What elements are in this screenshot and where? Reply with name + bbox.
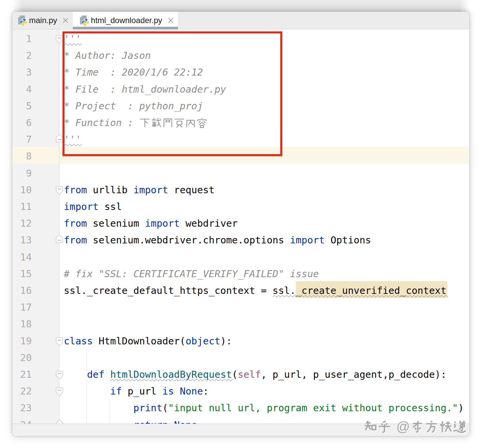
code-line: print("input null url, program exit with… [64,400,464,416]
line-number: 13 [12,232,32,248]
line-number: 9 [12,165,32,182]
annotation-red-box [62,31,282,156]
watermark: @ [363,419,467,434]
line-number: 5 [12,98,32,114]
line-number: 14 [12,249,32,265]
fold-marker-start[interactable] [56,35,63,44]
line-number: 17 [12,299,32,316]
squiggle-underline [110,379,232,381]
line-number: 7 [12,131,32,148]
line-number: 19 [12,333,32,349]
editor[interactable]: 123456789101112131415161718192021222324 … [12,29,469,436]
line-number: 15 [12,265,32,282]
code-line: from selenium import webdriver [64,215,238,232]
window-top-shadow [12,0,469,12]
fold-marker-end[interactable] [56,234,63,243]
code-line: from urllib import request [64,182,214,198]
code-line: class HtmlDownloader(object): [64,333,232,349]
line-number: 2 [12,47,32,64]
line-number: 16 [12,282,32,299]
line-number: 22 [12,383,32,400]
fold-marker-start[interactable] [56,387,63,396]
squiggle-underline [273,295,296,298]
watermark-glyph [453,420,466,434]
python-file-icon [78,15,90,26]
line-number: 11 [12,198,32,215]
close-icon[interactable] [62,17,69,24]
python-file-icon [17,15,28,26]
line-number: 12 [12,215,32,232]
line-number: 1 [12,30,32,47]
squiggle-underline [296,295,446,298]
fold-marker-start[interactable] [56,371,63,379]
tab-bar: main.py html_downloader.py [12,12,469,29]
code-line: ssl._create_default_https_context = ssl.… [64,282,447,299]
tab-html-downloader-py[interactable]: html_downloader.py [73,12,178,29]
fold-marker-start[interactable] [56,337,63,346]
tab-label: html_downloader.py [91,16,162,25]
fold-marker-start[interactable] [56,186,63,195]
watermark-glyph [425,420,438,434]
line-number: 4 [12,81,32,98]
code-line: if p_url is None: [64,383,209,400]
close-icon[interactable] [167,17,174,24]
line-number: 6 [12,114,32,131]
fold-marker-end[interactable] [56,134,63,142]
tab-main-py[interactable]: main.py [12,12,73,29]
line-number: 10 [12,182,32,198]
watermark-glyph [378,420,391,434]
tab-label: main.py [29,16,57,25]
watermark-glyph [411,420,424,434]
code-line: def htmlDownloadByRequest(self, p_url, p… [64,366,447,383]
code-line: import ssl [64,198,122,215]
line-number: 20 [12,349,32,366]
watermark-at: @ [396,419,410,434]
ide-window: main.py html_downloader.py 1234567891011… [12,12,469,436]
line-number: 3 [12,64,32,81]
line-number: 21 [12,366,32,383]
line-number: 18 [12,316,32,332]
line-number: 23 [12,400,32,416]
code-line: from selenium.webdriver.chrome.options i… [64,232,371,248]
watermark-glyph [439,420,452,434]
line-number: 8 [12,148,32,164]
watermark-glyph [364,420,377,434]
code-line: # fix "SSL: CERTIFICATE_VERIFY_FAILED" i… [64,265,319,282]
